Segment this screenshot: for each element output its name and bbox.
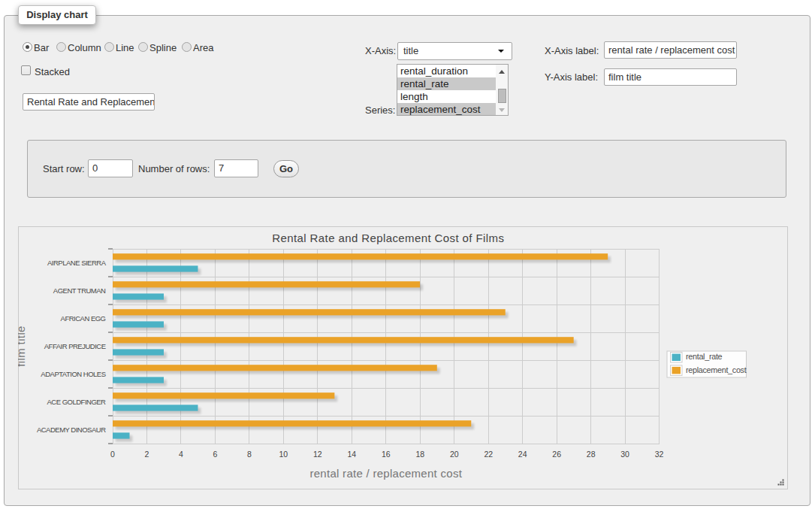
svg-text:10: 10 bbox=[279, 450, 288, 459]
svg-text:14: 14 bbox=[347, 450, 356, 459]
svg-text:replacement_cost: replacement_cost bbox=[686, 365, 747, 374]
svg-text:32: 32 bbox=[655, 450, 664, 459]
svg-text:Rental Rate and Replacement Co: Rental Rate and Replacement Cost of Film… bbox=[272, 232, 504, 244]
svg-text:8: 8 bbox=[247, 450, 252, 459]
svg-text:rental_rate: rental_rate bbox=[686, 352, 723, 361]
svg-text:20: 20 bbox=[450, 450, 459, 459]
svg-text:12: 12 bbox=[313, 450, 322, 459]
svg-text:2: 2 bbox=[145, 450, 149, 459]
svg-text:24: 24 bbox=[518, 450, 527, 459]
svg-text:6: 6 bbox=[213, 450, 218, 459]
svg-text:ACE GOLDFINGER: ACE GOLDFINGER bbox=[47, 398, 107, 406]
svg-text:AFFAIR PREJUDICE: AFFAIR PREJUDICE bbox=[44, 342, 106, 350]
svg-text:4: 4 bbox=[179, 450, 183, 459]
svg-text:26: 26 bbox=[552, 450, 561, 459]
svg-text:AFRICAN EGG: AFRICAN EGG bbox=[61, 314, 106, 323]
svg-text:ACADEMY DINOSAUR: ACADEMY DINOSAUR bbox=[37, 426, 106, 434]
svg-text:22: 22 bbox=[484, 450, 493, 459]
svg-text:AGENT TRUMAN: AGENT TRUMAN bbox=[53, 286, 106, 295]
svg-text:0: 0 bbox=[110, 450, 115, 459]
svg-text:16: 16 bbox=[382, 450, 391, 459]
svg-text:18: 18 bbox=[415, 450, 424, 459]
svg-text:AIRPLANE SIERRA: AIRPLANE SIERRA bbox=[47, 259, 107, 267]
svg-text:ADAPTATION HOLES: ADAPTATION HOLES bbox=[41, 370, 105, 378]
svg-text:30: 30 bbox=[620, 450, 629, 459]
svg-text:28: 28 bbox=[587, 450, 596, 459]
svg-text:rental rate / replacement cost: rental rate / replacement cost bbox=[309, 467, 462, 480]
svg-text:film title: film title bbox=[18, 326, 27, 367]
